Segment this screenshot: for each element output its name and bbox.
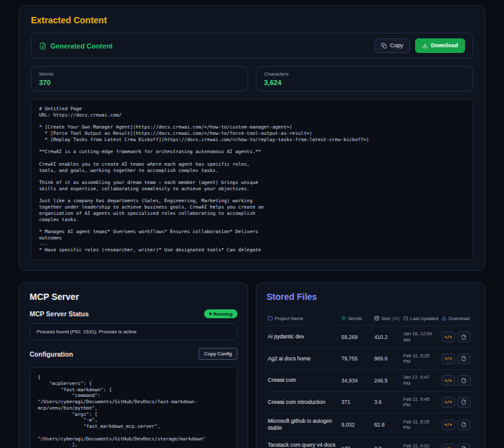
project-name: Microsoft github io autogen stable (268, 418, 338, 432)
project-name: Tanstack com query v4 docs framework rea… (268, 442, 338, 448)
table-row: Ai pydantic dev 58,269 410.2 Jan 18, 12:… (266, 326, 474, 348)
project-name: Ai pydantic dev (268, 333, 338, 340)
extracted-content-title: Extracted Content (31, 15, 473, 25)
file-icon (461, 335, 466, 340)
words-value: 34,934 (341, 377, 371, 384)
extracted-content-text[interactable]: # Untitled Page URL: https://docs.crewai… (31, 99, 473, 260)
mcp-config-json[interactable]: { "mcpServers": { "fast-markdown": { "co… (30, 367, 238, 448)
extracted-content-panel: Extracted Content Generated Content Copy (19, 5, 485, 271)
words-value: 58,269 (341, 334, 371, 340)
download-markdown-button[interactable] (457, 444, 471, 448)
process-status-text: Process found (PID: 1531); Process is ac… (30, 323, 238, 340)
mcp-server-title: MCP Server (30, 292, 238, 302)
table-row: Tanstack com query v4 docs framework rea… (266, 437, 474, 448)
file-icon (461, 356, 466, 361)
download-markdown-button[interactable] (457, 353, 471, 364)
stored-files-panel: Stored Files Project Name Words (256, 282, 485, 448)
status-dot-icon (209, 313, 212, 315)
download-button-label: Download (431, 43, 458, 49)
words-stat-value: 370 (39, 79, 240, 86)
code-icon: </> (445, 422, 452, 427)
col-words: Words (341, 316, 371, 321)
project-name: Ag2 ai docs home (268, 355, 338, 362)
size-value: 2.3 (374, 445, 400, 448)
configuration-label: Configuration (30, 350, 73, 358)
table-row: Ag2 ai docs home 79,755 969.6 Feb 11, 5:… (266, 348, 474, 370)
download-json-button[interactable]: </> (442, 420, 455, 430)
project-name: Crewai com (268, 377, 338, 384)
file-icon (461, 399, 466, 405)
file-icon (461, 378, 466, 383)
file-icon (461, 422, 466, 427)
download-json-button[interactable]: </> (442, 397, 455, 408)
clock-icon (403, 316, 408, 321)
size-value: 3.6 (374, 399, 400, 405)
download-markdown-button[interactable] (457, 331, 471, 342)
download-markdown-button[interactable] (457, 420, 471, 430)
last-updated-value: Feb 11, 5:25 PM (403, 419, 435, 432)
size-value: 969.6 (374, 355, 400, 362)
download-json-button[interactable]: </> (442, 331, 455, 342)
download-markdown-button[interactable] (457, 397, 471, 408)
page: Extracted Content Generated Content Copy (0, 0, 504, 448)
table-row: Microsoft github io autogen stable 9,032… (266, 413, 474, 437)
download-icon (422, 43, 428, 49)
download-json-button[interactable]: </> (442, 375, 455, 386)
words-value: 173 (341, 445, 371, 448)
words-stat: Words 370 (31, 66, 248, 91)
words-value: 9,032 (341, 422, 371, 428)
document-icon (39, 42, 47, 50)
col-project-name: Project Name (268, 316, 338, 321)
stored-files-title: Stored Files (266, 292, 474, 302)
running-badge-label: Running (214, 311, 232, 317)
stats-row: Words 370 Characters 3,624 (31, 66, 473, 91)
words-value: 79,755 (341, 355, 371, 362)
last-updated-value: Feb 11, 9:45 PM (403, 396, 435, 409)
code-icon: </> (445, 335, 452, 340)
mcp-server-panel: MCP Server MCP Server Status Running Pro… (19, 282, 248, 448)
download-json-button[interactable]: </> (442, 353, 455, 364)
bottom-row: MCP Server MCP Server Status Running Pro… (19, 282, 485, 448)
copy-config-button[interactable]: Copy Config (198, 348, 238, 360)
files-table-header: Project Name Words Size (KB) (266, 309, 474, 326)
col-last-updated: Last Updated (403, 316, 438, 321)
table-row: Crewai com 34,934 246.5 Jan 17, 4:47 PM … (266, 369, 474, 391)
mcp-status-label: MCP Server Status (30, 310, 89, 318)
size-value: 246.5 (374, 377, 400, 384)
size-value: 62.8 (374, 422, 400, 428)
download-markdown-button[interactable] (457, 375, 471, 386)
words-stat-label: Words (39, 71, 240, 77)
words-icon (341, 316, 346, 321)
code-icon: </> (445, 356, 452, 361)
words-value: 371 (341, 399, 371, 405)
download-column-icon (442, 316, 447, 321)
code-icon: </> (445, 378, 452, 383)
size-value: 410.2 (374, 334, 400, 340)
last-updated-value: Feb 11, 9:02 PM (403, 443, 435, 448)
download-button[interactable]: Download (415, 38, 465, 53)
download-json-button[interactable]: </> (442, 444, 455, 448)
col-size: Size (KB) (374, 316, 400, 321)
characters-stat-label: Characters (264, 71, 465, 77)
generated-content-card: Generated Content Copy Download (31, 33, 473, 59)
project-name: Crewai com introduction (268, 399, 338, 406)
running-status-badge: Running (204, 309, 238, 318)
copy-icon (381, 43, 387, 49)
last-updated-value: Jan 17, 4:47 PM (403, 374, 435, 387)
last-updated-value: Feb 11, 5:25 PM (403, 353, 435, 365)
characters-stat: Characters 3,624 (256, 66, 473, 91)
database-icon (374, 316, 379, 321)
table-row: Crewai com introduction 371 3.6 Feb 11, … (266, 391, 474, 413)
generated-content-label: Generated Content (50, 42, 113, 50)
folder-icon (268, 316, 273, 321)
col-download: Download (442, 316, 473, 321)
characters-stat-value: 3,624 (264, 79, 465, 86)
last-updated-value: Jan 18, 12:09 AM (403, 331, 435, 343)
copy-button[interactable]: Copy (374, 38, 410, 53)
code-icon: </> (445, 399, 452, 405)
copy-button-label: Copy (390, 43, 403, 49)
